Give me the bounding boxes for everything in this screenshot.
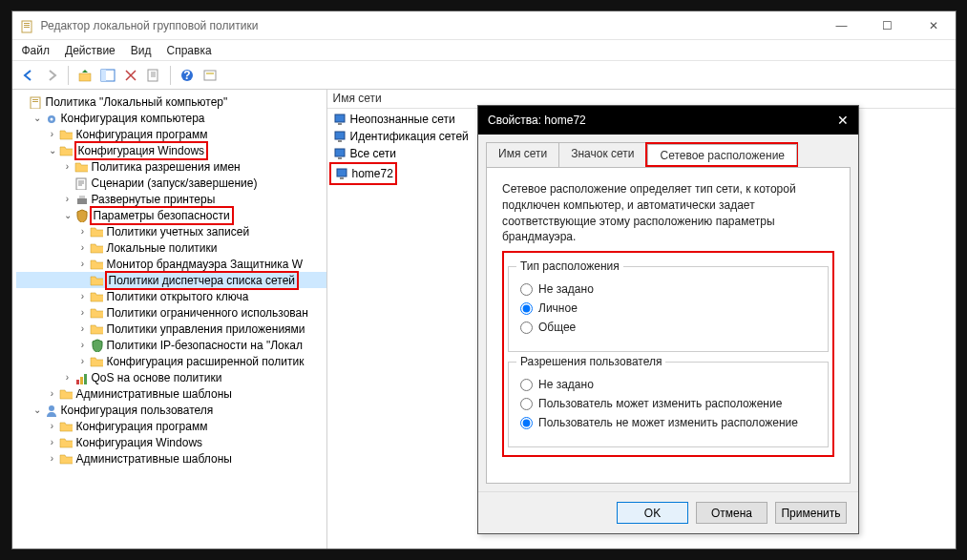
list-item-label: Неопознанные сети bbox=[350, 113, 455, 126]
chevron-right-icon[interactable]: › bbox=[47, 388, 58, 399]
chevron-down-icon[interactable]: ⌄ bbox=[62, 210, 74, 220]
radio-option[interactable]: Не задано bbox=[520, 282, 816, 296]
svg-rect-22 bbox=[84, 374, 87, 384]
delete-button[interactable] bbox=[120, 65, 141, 86]
chevron-right-icon[interactable]: › bbox=[47, 437, 58, 447]
chevron-right-icon[interactable]: › bbox=[62, 161, 74, 172]
tree-item[interactable]: ›Политики IP-безопасности на "Локал bbox=[16, 337, 326, 353]
maximize-button[interactable]: ☐ bbox=[873, 19, 902, 32]
chevron-right-icon[interactable]: › bbox=[77, 259, 89, 269]
folder-icon bbox=[89, 257, 104, 272]
chevron-right-icon[interactable]: › bbox=[47, 129, 58, 139]
chevron-down-icon[interactable]: ⌄ bbox=[32, 113, 43, 123]
nav-back-button[interactable] bbox=[18, 65, 39, 86]
radio-input[interactable] bbox=[520, 283, 533, 296]
minimize-button[interactable]: — bbox=[828, 19, 856, 32]
dialog-close-button[interactable]: ✕ bbox=[837, 113, 849, 128]
tree-item[interactable]: ›Монитор брандмауэра Защитника W bbox=[16, 256, 326, 272]
radio-option[interactable]: Пользователь может изменить расположение bbox=[520, 397, 816, 410]
tree-panel[interactable]: Политика "Локальный компьютер"⌄Конфигура… bbox=[12, 90, 327, 549]
chevron-right-icon[interactable]: › bbox=[47, 421, 58, 431]
export-button[interactable] bbox=[143, 65, 164, 86]
ok-button[interactable]: OK bbox=[617, 502, 688, 524]
tree-item[interactable]: ⌄Параметры безопасности bbox=[16, 207, 326, 223]
radio-input[interactable] bbox=[520, 398, 533, 410]
svg-rect-31 bbox=[340, 177, 344, 179]
menu-действие[interactable]: Действие bbox=[65, 44, 116, 57]
tree-item[interactable]: Политики диспетчера списка сетей bbox=[16, 272, 326, 288]
close-button[interactable]: ✕ bbox=[919, 19, 948, 32]
list-item[interactable]: home72 bbox=[333, 165, 393, 182]
radio-option[interactable]: Пользователь не может изменить расположе… bbox=[520, 416, 816, 429]
tree-item[interactable]: ›Политики ограниченного использован bbox=[16, 304, 326, 321]
up-button[interactable] bbox=[74, 65, 95, 86]
radio-input[interactable] bbox=[520, 321, 533, 334]
tree-item[interactable]: ›Административные шаблоны bbox=[16, 385, 326, 402]
folder-icon bbox=[89, 305, 104, 321]
tree-item[interactable]: ›Конфигурация программ bbox=[16, 126, 326, 142]
folder-icon bbox=[58, 451, 74, 467]
chevron-right-icon[interactable]: › bbox=[77, 226, 89, 237]
tree-item[interactable]: Политика "Локальный компьютер" bbox=[16, 93, 326, 110]
tab-1[interactable]: Значок сети bbox=[558, 142, 646, 167]
chevron-right-icon[interactable]: › bbox=[77, 307, 89, 318]
radio-option[interactable]: Не задано bbox=[520, 378, 816, 391]
group-location-type-title: Тип расположения bbox=[516, 259, 623, 273]
chevron-right-icon[interactable]: › bbox=[77, 242, 89, 253]
chevron-right-icon[interactable]: › bbox=[47, 453, 58, 464]
folder-icon bbox=[58, 127, 74, 142]
shield-icon bbox=[89, 338, 104, 353]
tree-item[interactable]: ›Локальные политики bbox=[16, 239, 326, 256]
filter-button[interactable] bbox=[200, 65, 221, 86]
svg-rect-17 bbox=[76, 178, 86, 190]
tree-item[interactable]: ›Административные шаблоны bbox=[16, 450, 326, 467]
svg-rect-13 bbox=[32, 99, 38, 100]
tree-item[interactable]: ⌄Конфигурация Windows bbox=[16, 142, 326, 158]
chevron-right-icon[interactable]: › bbox=[77, 356, 89, 366]
radio-input[interactable] bbox=[520, 379, 533, 391]
tree-item[interactable]: ›QoS на основе политики bbox=[16, 369, 326, 385]
chevron-right-icon[interactable]: › bbox=[62, 194, 74, 204]
radio-option[interactable]: Личное bbox=[520, 301, 816, 315]
menu-файл[interactable]: Файл bbox=[22, 44, 51, 57]
tab-0[interactable]: Имя сети bbox=[486, 142, 559, 167]
chevron-down-icon[interactable]: ⌄ bbox=[32, 404, 43, 415]
tree-item[interactable]: ›Конфигурация программ bbox=[16, 418, 326, 434]
menu-справка[interactable]: Справка bbox=[167, 44, 212, 57]
show-hide-tree-button[interactable] bbox=[97, 65, 118, 86]
tree-item[interactable]: ›Политика разрешения имен bbox=[16, 158, 326, 175]
svg-rect-12 bbox=[31, 97, 40, 109]
tree-item[interactable]: ›Политики открытого ключа bbox=[16, 288, 326, 304]
apply-button[interactable]: Применить bbox=[775, 502, 847, 524]
tree-item[interactable]: ›Развернутые принтеры bbox=[16, 191, 326, 207]
cancel-button[interactable]: Отмена bbox=[696, 502, 767, 524]
svg-rect-6 bbox=[101, 70, 106, 81]
chevron-right-icon[interactable]: › bbox=[77, 323, 89, 334]
tree-item[interactable]: ›Конфигурация Windows bbox=[16, 434, 326, 450]
tree-item[interactable]: ⌄Конфигурация пользователя bbox=[16, 402, 326, 418]
radio-input[interactable] bbox=[520, 417, 533, 429]
tree-item[interactable]: ›Политики учетных записей bbox=[16, 223, 326, 239]
chevron-right-icon[interactable]: › bbox=[62, 372, 74, 383]
nav-forward-button[interactable] bbox=[41, 65, 62, 86]
radio-label: Общее bbox=[538, 321, 576, 334]
properties-dialog: Свойства: home72 ✕ Имя сетиЗначок сетиСе… bbox=[477, 105, 859, 534]
tree-item[interactable]: ›Политики управления приложениями bbox=[16, 321, 326, 337]
tab-2[interactable]: Сетевое расположение bbox=[647, 144, 797, 165]
radio-option[interactable]: Общее bbox=[520, 321, 816, 334]
help-button[interactable]: ? bbox=[177, 65, 198, 86]
menubar: ФайлДействиеВидСправка bbox=[12, 40, 956, 61]
menu-вид[interactable]: Вид bbox=[131, 44, 152, 57]
tree-item-label: Конфигурация Windows bbox=[74, 141, 209, 160]
chevron-right-icon[interactable]: › bbox=[77, 291, 89, 301]
chevron-down-icon[interactable]: ⌄ bbox=[47, 145, 58, 156]
tree-item[interactable]: ›Конфигурация расширенной политик bbox=[16, 353, 326, 369]
tree-item[interactable]: Сценарии (запуск/завершение) bbox=[16, 175, 326, 191]
tree-item-label: Сценарии (запуск/завершение) bbox=[92, 176, 258, 190]
chevron-right-icon[interactable]: › bbox=[77, 340, 89, 350]
group-location-type: Тип расположения Не заданоЛичноеОбщее bbox=[508, 266, 829, 352]
window-controls: — ☐ ✕ bbox=[828, 19, 948, 32]
tree-item[interactable]: ⌄Конфигурация компьютера bbox=[16, 110, 326, 126]
radio-input[interactable] bbox=[520, 302, 533, 315]
highlight-frame-tab: Сетевое расположение bbox=[645, 142, 798, 167]
